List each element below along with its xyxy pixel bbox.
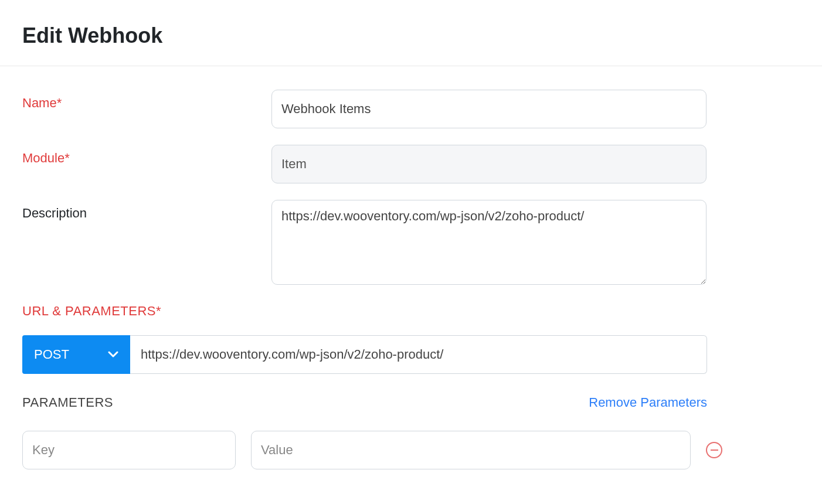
parameters-heading: PARAMETERS bbox=[22, 395, 113, 410]
module-label: Module* bbox=[22, 145, 271, 166]
url-input[interactable] bbox=[130, 335, 707, 374]
chevron-down-icon bbox=[108, 349, 118, 360]
http-method-value: POST bbox=[34, 347, 69, 362]
http-method-select[interactable]: POST bbox=[22, 335, 130, 374]
name-input[interactable] bbox=[271, 90, 706, 128]
remove-parameter-button[interactable] bbox=[706, 442, 722, 458]
name-field-wrapper bbox=[271, 90, 706, 128]
webhook-form: Name* Module* Item Description URL & PAR… bbox=[0, 66, 822, 481]
description-textarea[interactable] bbox=[271, 200, 706, 285]
name-label: Name* bbox=[22, 90, 271, 111]
minus-icon bbox=[711, 449, 718, 451]
parameter-value-input[interactable] bbox=[251, 431, 691, 469]
remove-parameters-link[interactable]: Remove Parameters bbox=[589, 395, 707, 410]
description-label: Description bbox=[22, 200, 271, 221]
parameter-key-input[interactable] bbox=[22, 431, 236, 469]
parameter-row bbox=[22, 431, 743, 469]
module-display: Item bbox=[271, 145, 706, 183]
url-row: POST bbox=[22, 335, 707, 374]
description-row: Description bbox=[22, 200, 800, 287]
module-field-wrapper: Item bbox=[271, 145, 706, 183]
url-parameters-heading: URL & PARAMETERS* bbox=[22, 304, 800, 319]
parameters-header: PARAMETERS Remove Parameters bbox=[22, 395, 707, 410]
page-title: Edit Webhook bbox=[0, 0, 822, 66]
name-row: Name* bbox=[22, 90, 800, 128]
module-row: Module* Item bbox=[22, 145, 800, 183]
description-field-wrapper bbox=[271, 200, 706, 287]
